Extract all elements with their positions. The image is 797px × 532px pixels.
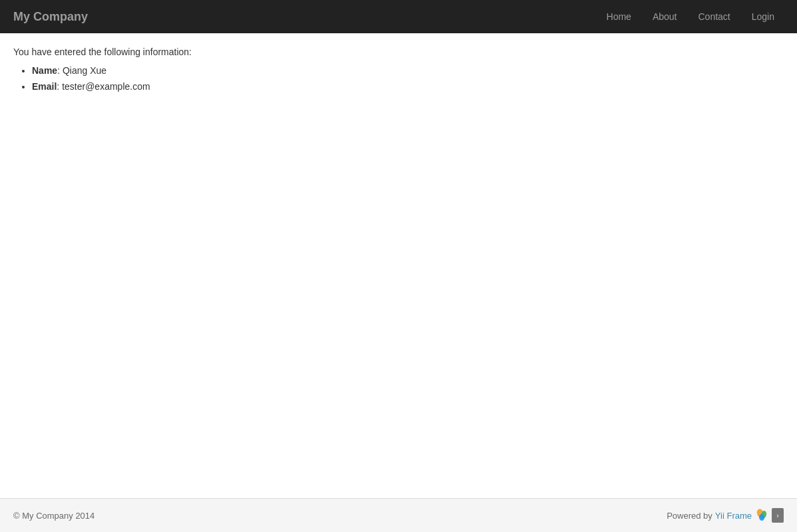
nav-item-contact: Contact [689, 6, 739, 27]
name-value: Qiang Xue [63, 65, 106, 76]
navbar-links: Home About Contact Login [597, 6, 784, 27]
footer-copyright: © My Company 2014 [13, 511, 94, 521]
scroll-top-button[interactable]: › [772, 508, 784, 523]
nav-link-contact[interactable]: Contact [689, 6, 739, 27]
navbar: My Company Home About Contact Login [0, 0, 797, 33]
main-content: You have entered the following informati… [0, 33, 797, 498]
nav-link-login[interactable]: Login [742, 6, 784, 27]
name-label: Name [32, 65, 57, 76]
list-item-name: Name: Qiang Xue [32, 65, 784, 76]
nav-link-about[interactable]: About [643, 6, 687, 27]
nav-item-home: Home [597, 6, 641, 27]
powered-prefix: Powered by [667, 511, 713, 521]
info-list: Name: Qiang Xue Email: tester@example.co… [13, 65, 784, 92]
footer-powered: Powered by Yii Frame › [667, 508, 784, 523]
email-label: Email [32, 81, 57, 92]
nav-link-home[interactable]: Home [597, 6, 641, 27]
yii-framework-link[interactable]: Yii Frame [715, 511, 752, 521]
email-value: tester@example.com [62, 81, 150, 92]
nav-item-about: About [643, 6, 687, 27]
navbar-brand[interactable]: My Company [13, 10, 88, 24]
nav-item-login: Login [742, 6, 784, 27]
name-separator: : [57, 65, 63, 76]
list-item-email: Email: tester@example.com [32, 81, 784, 92]
intro-text: You have entered the following informati… [13, 47, 784, 57]
email-separator: : [57, 81, 62, 92]
footer: © My Company 2014 Powered by Yii Frame › [0, 498, 797, 532]
yii-logo-icon [754, 508, 769, 523]
